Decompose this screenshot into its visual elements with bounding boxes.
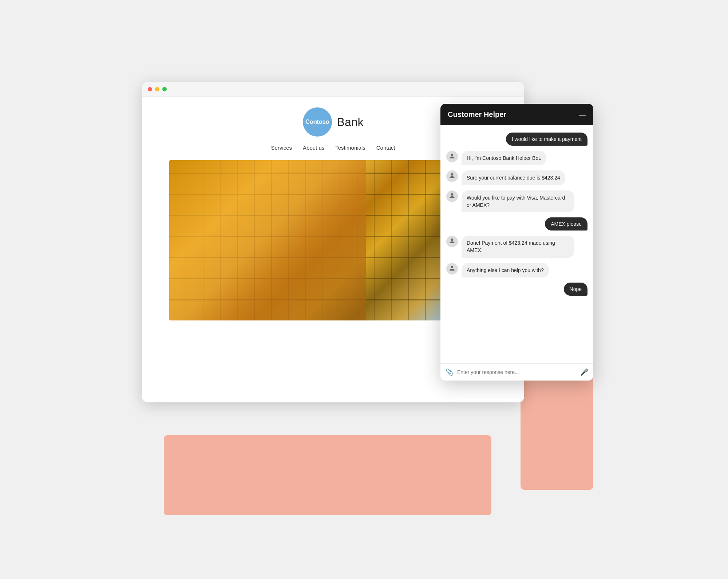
mic-icon[interactable]: 🎤 bbox=[580, 368, 588, 376]
scene: Contoso Bank Services About us Testimoni… bbox=[127, 53, 601, 526]
chat-title: Customer Helper bbox=[448, 110, 506, 119]
chat-text-input[interactable] bbox=[457, 369, 577, 375]
browser-bar bbox=[142, 82, 524, 96]
bot-avatar-3 bbox=[446, 190, 458, 202]
chat-minimize-button[interactable]: — bbox=[579, 111, 586, 118]
bot-avatar bbox=[446, 151, 458, 162]
nav-contact[interactable]: Contact bbox=[376, 145, 395, 151]
chat-message-row-1: Hi, I'm Contoso Bank Helper Bot. bbox=[446, 151, 587, 165]
bot-icon-3 bbox=[448, 193, 456, 200]
nav-services[interactable]: Services bbox=[271, 145, 292, 151]
chat-message-5: Done! Payment of $423.24 made using AMEX… bbox=[462, 236, 574, 258]
attach-icon[interactable]: 📎 bbox=[446, 368, 454, 376]
chat-message-1: Hi, I'm Contoso Bank Helper Bot. bbox=[462, 151, 546, 165]
bot-icon-2 bbox=[448, 173, 456, 180]
chat-message-row-3: Would you like to pay with Visa, Masterc… bbox=[446, 190, 587, 213]
bot-icon-5 bbox=[448, 238, 456, 245]
nav-about[interactable]: About us bbox=[303, 145, 324, 151]
bot-avatar-5 bbox=[446, 236, 458, 247]
bank-logo-circle: Contoso bbox=[303, 107, 332, 137]
browser-dot-minimize[interactable] bbox=[155, 87, 159, 91]
bank-nav: Services About us Testimonials Contact bbox=[271, 145, 395, 151]
chat-message-4: AMEX please bbox=[545, 217, 587, 231]
browser-dot-close[interactable] bbox=[148, 87, 152, 91]
deco-block-bottom bbox=[164, 435, 491, 515]
chat-message-2: Sure your current balance due is $423.24 bbox=[462, 170, 565, 185]
browser-dot-fullscreen[interactable] bbox=[162, 87, 167, 91]
bot-icon bbox=[448, 153, 456, 160]
chat-message-3: Would you like to pay with Visa, Masterc… bbox=[462, 190, 574, 213]
chat-message-row-6: Anything else I can help you with? bbox=[446, 263, 587, 277]
chat-header: Customer Helper — bbox=[440, 104, 593, 125]
bot-avatar-6 bbox=[446, 263, 458, 275]
chat-message-row-2: Sure your current balance due is $423.24 bbox=[446, 170, 587, 185]
chat-widget: Customer Helper — I would like to make a… bbox=[440, 104, 593, 381]
nav-testimonials[interactable]: Testimonials bbox=[335, 145, 365, 151]
bank-name-text: Bank bbox=[337, 115, 364, 129]
chat-message-6: Anything else I can help you with? bbox=[462, 263, 549, 277]
bank-logo-text: Contoso bbox=[305, 118, 329, 126]
bank-logo-area: Contoso Bank bbox=[303, 107, 364, 137]
chat-input-area: 📎 🎤 bbox=[440, 363, 593, 381]
chat-message-0: I would like to make a payment bbox=[506, 133, 587, 146]
chat-message-row-5: Done! Payment of $423.24 made using AMEX… bbox=[446, 236, 587, 258]
chat-messages: I would like to make a payment Hi, I'm C… bbox=[440, 125, 593, 363]
bot-avatar-2 bbox=[446, 170, 458, 182]
bot-icon-6 bbox=[448, 265, 456, 272]
chat-message-7: Nope bbox=[564, 283, 587, 296]
